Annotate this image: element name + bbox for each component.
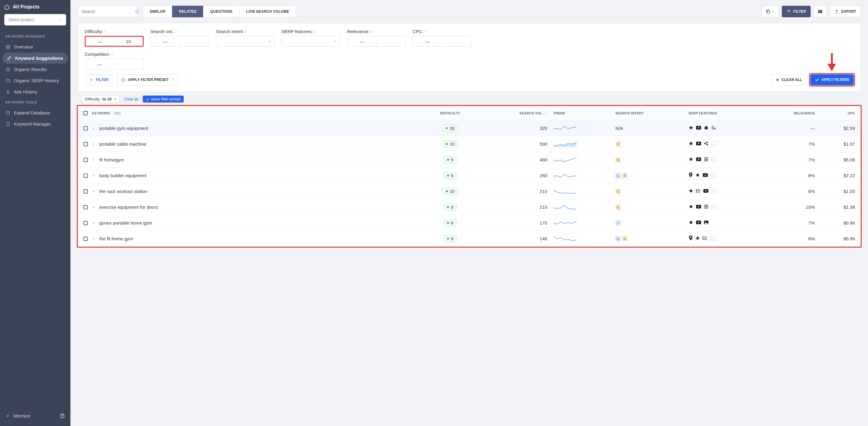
search-input[interactable]	[82, 9, 135, 14]
info-icon[interactable]: i	[104, 29, 106, 34]
copy-dropdown-button[interactable]	[762, 6, 779, 17]
search-intent-select[interactable]	[216, 36, 275, 47]
row-checkbox[interactable]	[84, 173, 88, 178]
tab-similar[interactable]: SIMILAR	[143, 6, 172, 17]
expand-icon[interactable]	[92, 141, 95, 146]
expand-icon[interactable]	[92, 173, 95, 178]
th-difficulty[interactable]: DIFFICULTY	[422, 106, 478, 121]
th-relevance[interactable]: RELEVANCE	[760, 106, 818, 121]
tab-low-search-volume[interactable]: LOW SEARCH VOLUME	[240, 6, 296, 17]
table-row[interactable]: fit homegym 9 480 C ··· 7% $5.08	[78, 152, 861, 168]
more-icon[interactable]: ···	[710, 173, 716, 178]
info-icon[interactable]: i	[112, 52, 113, 57]
expand-icon[interactable]	[92, 204, 95, 210]
toolbar: SIMILAR RELATED QUESTIONS LOW SEARCH VOL…	[78, 5, 861, 18]
save-preset-button[interactable]: Save filter preset	[143, 96, 184, 103]
filter-toggle-button[interactable]: FILTER	[782, 6, 811, 17]
table-row[interactable]: the rack workout station 10 210 C ··· 6%…	[78, 184, 861, 199]
info-icon[interactable]: i	[245, 29, 247, 34]
table-row[interactable]: the fit home gym 9 140 LC ··· 8% $5.96	[78, 231, 861, 247]
nav-organic-results[interactable]: Organic Results	[0, 64, 70, 75]
table-row[interactable]: exercise equipment for doors 9 210 C ···…	[78, 199, 861, 215]
expand-icon[interactable]	[92, 236, 95, 241]
th-trend[interactable]: TREND	[551, 106, 612, 121]
th-intent[interactable]: SEARCH INTENT	[612, 106, 685, 121]
export-button[interactable]: EXPORT	[830, 6, 861, 17]
relevance-cell: 7%	[760, 215, 818, 231]
project-select[interactable]: Select project	[4, 14, 66, 26]
row-checkbox[interactable]	[84, 126, 88, 130]
keyword-text: the fit home gym	[99, 236, 133, 241]
home-icon	[4, 4, 10, 10]
nav-keyword-manager[interactable]: Keyword Manager	[0, 118, 70, 130]
row-checkbox[interactable]	[84, 189, 88, 194]
select-all-checkbox[interactable]	[84, 111, 88, 115]
row-checkbox[interactable]	[84, 237, 88, 241]
info-icon[interactable]: i	[425, 29, 426, 34]
th-serp[interactable]: SERP FEATURES	[685, 106, 760, 121]
tab-questions[interactable]: QUESTIONS	[204, 6, 239, 17]
row-checkbox[interactable]	[84, 205, 88, 209]
video-icon	[703, 189, 709, 194]
th-search-vol[interactable]: SEARCH VOL.	[478, 106, 551, 121]
save-preset-label: Save filter preset	[151, 97, 181, 101]
th-keyword[interactable]: KEYWORD	[92, 111, 110, 115]
database-icon	[5, 110, 10, 115]
nav-serp-history[interactable]: Organic SERP History	[0, 75, 70, 86]
th-cpc[interactable]: CPC	[818, 106, 861, 121]
cpc-range-input[interactable]: —	[412, 36, 471, 47]
more-icon[interactable]: ···	[711, 158, 717, 162]
more-icon[interactable]: ···	[711, 142, 717, 146]
serp-features-select[interactable]	[281, 36, 340, 47]
apply-filters-button[interactable]: APPLY FILTERS	[810, 74, 854, 85]
filter-competition: Competition:i —	[85, 52, 144, 69]
info-icon[interactable]: i	[314, 29, 315, 34]
columns-button[interactable]	[814, 6, 827, 17]
sidebar: All Projects Select project KEYWORD RESE…	[0, 0, 70, 426]
all-projects-link[interactable]: All Projects	[4, 4, 66, 10]
tab-related[interactable]: RELATED	[172, 6, 204, 17]
row-checkbox[interactable]	[84, 221, 88, 225]
clear-all-link[interactable]: Clear all	[124, 97, 138, 101]
main-content: SIMILAR RELATED QUESTIONS LOW SEARCH VOL…	[70, 0, 868, 426]
nav-keyword-suggestions[interactable]: Keyword Suggestions	[2, 53, 68, 64]
expand-icon[interactable]	[92, 189, 95, 194]
help-icon[interactable]	[60, 413, 65, 419]
more-icon[interactable]: ···	[711, 205, 717, 210]
star-icon	[689, 157, 693, 163]
intent-badge: L	[615, 173, 621, 178]
nav-overview[interactable]: Overview	[0, 41, 70, 53]
expand-icon[interactable]	[92, 220, 95, 225]
nav-ads-history[interactable]: Ads History	[0, 86, 70, 97]
info-icon[interactable]: i	[371, 29, 372, 34]
expand-icon[interactable]	[92, 157, 95, 162]
relevance-range-input[interactable]: —	[347, 36, 406, 47]
expand-icon[interactable]	[92, 126, 95, 131]
chip-remove-icon[interactable]: ✕	[114, 97, 117, 101]
nav-expand-database[interactable]: Expand Database	[0, 107, 70, 118]
table-row[interactable]: portable gym equipment 26 320 N/A — $2.5…	[78, 121, 861, 136]
more-icon[interactable]: ···	[710, 236, 716, 241]
row-checkbox[interactable]	[84, 142, 88, 146]
intent-badge: L	[615, 236, 621, 241]
table-row[interactable]: body builder equipment 9 260 LC ··· 8% $…	[78, 168, 861, 184]
clear-all-button[interactable]: CLEAR ALL	[771, 74, 807, 85]
apply-preset-button[interactable]: APPLY FILTER PRESET	[117, 74, 179, 85]
svg-point-23	[696, 189, 696, 190]
section-keyword-research: KEYWORD RESEARCH	[0, 32, 70, 41]
filter-chip-difficulty[interactable]: Difficulty: to 10 ✕	[82, 95, 120, 103]
difficulty-range-input[interactable]: — 10	[85, 36, 144, 47]
row-checkbox[interactable]	[84, 158, 88, 162]
search-vol-range-input[interactable]: —	[150, 36, 209, 47]
more-icon[interactable]: ···	[711, 189, 717, 194]
add-filter-button[interactable]: FILTER	[85, 74, 113, 85]
video-icon	[696, 157, 701, 162]
table-row[interactable]: portable cable machine 10 590 C ··· 7% $…	[78, 136, 861, 152]
range-value: —	[151, 39, 180, 44]
search-box[interactable]	[78, 6, 137, 17]
competition-range-input[interactable]: —	[85, 59, 144, 69]
minimize-button[interactable]: Minimize	[5, 414, 30, 418]
table-row[interactable]: gonex portable home gym 6 170 I 7% $0.96	[78, 215, 861, 231]
search-vol-cell: 590	[478, 136, 551, 152]
info-icon[interactable]: i	[176, 29, 177, 34]
